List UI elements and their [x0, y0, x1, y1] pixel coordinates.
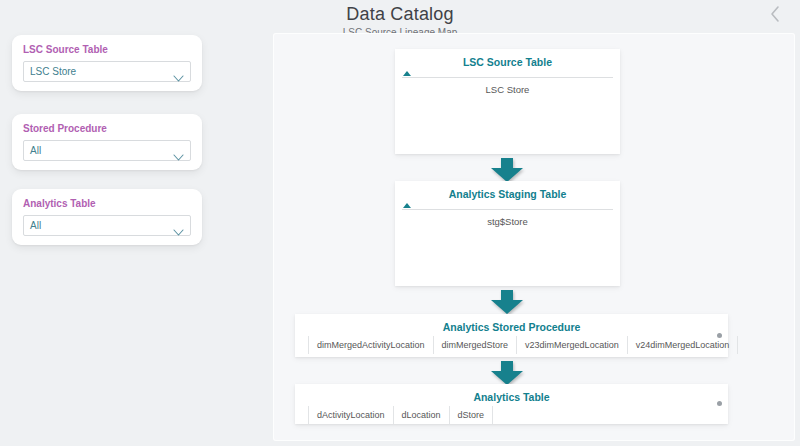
dropdown-selected-value: All	[30, 145, 41, 156]
node-divider	[402, 68, 613, 78]
node-item[interactable]: v24dimMergedLocation	[627, 336, 739, 354]
scrollbar-dot[interactable]	[717, 401, 722, 406]
filter-label: Analytics Table	[23, 198, 191, 209]
node-item[interactable]: dActivityLocation	[308, 406, 393, 424]
node-items-row: dActivityLocation dLocation dStore	[308, 406, 728, 424]
node-title: Analytics Staging Table	[395, 181, 620, 200]
node-analytics-staging-table: Analytics Staging Table stg$Store	[395, 181, 620, 286]
analytics-table-dropdown[interactable]: All	[23, 215, 191, 236]
collapse-caret-icon[interactable]	[403, 203, 411, 208]
node-divider	[402, 200, 613, 210]
node-analytics-stored-procedure: Analytics Stored Procedure dimMergedActi…	[295, 314, 728, 357]
node-item[interactable]: dStore	[449, 406, 494, 424]
flow-arrow-down-icon	[491, 290, 523, 314]
node-analytics-table: Analytics Table dActivityLocation dLocat…	[295, 384, 728, 424]
node-item[interactable]: stg$Store	[395, 210, 620, 227]
chevron-down-icon	[173, 222, 184, 229]
node-title: Analytics Table	[295, 384, 728, 403]
node-item[interactable]: v23dimMergedLocation	[516, 336, 627, 354]
node-item[interactable]: dimMergedStore	[433, 336, 517, 354]
dropdown-selected-value: All	[30, 220, 41, 231]
node-items-row: dimMergedActivityLocation dimMergedStore…	[308, 336, 728, 354]
chevron-down-icon	[173, 68, 184, 75]
node-item[interactable]: LSC Store	[395, 78, 620, 95]
chevron-down-icon	[173, 147, 184, 154]
filter-card-analytics-table: Analytics Table All	[12, 189, 202, 245]
node-item[interactable]: dimMergedActivityLocation	[308, 336, 433, 354]
dropdown-selected-value: LSC Store	[30, 66, 76, 77]
node-title: LSC Source Table	[395, 49, 620, 68]
lineage-map-panel: LSC Source Table LSC Store Analytics Sta…	[273, 33, 795, 441]
filter-card-lsc-source-table: LSC Source Table LSC Store	[12, 35, 202, 91]
lsc-source-table-dropdown[interactable]: LSC Store	[23, 61, 191, 82]
page-title: Data Catalog	[0, 0, 800, 25]
flow-arrow-down-icon	[491, 361, 523, 385]
node-lsc-source-table: LSC Source Table LSC Store	[395, 49, 620, 154]
filter-label: LSC Source Table	[23, 44, 191, 55]
node-title: Analytics Stored Procedure	[295, 314, 728, 333]
filter-card-stored-procedure: Stored Procedure All	[12, 114, 202, 170]
scrollbar-dot[interactable]	[717, 333, 722, 338]
stored-procedure-dropdown[interactable]: All	[23, 140, 191, 161]
chevron-left-icon[interactable]	[768, 4, 782, 24]
node-item[interactable]: dLocation	[393, 406, 449, 424]
collapse-caret-icon[interactable]	[403, 71, 411, 76]
flow-arrow-down-icon	[491, 158, 523, 182]
filter-label: Stored Procedure	[23, 123, 191, 134]
